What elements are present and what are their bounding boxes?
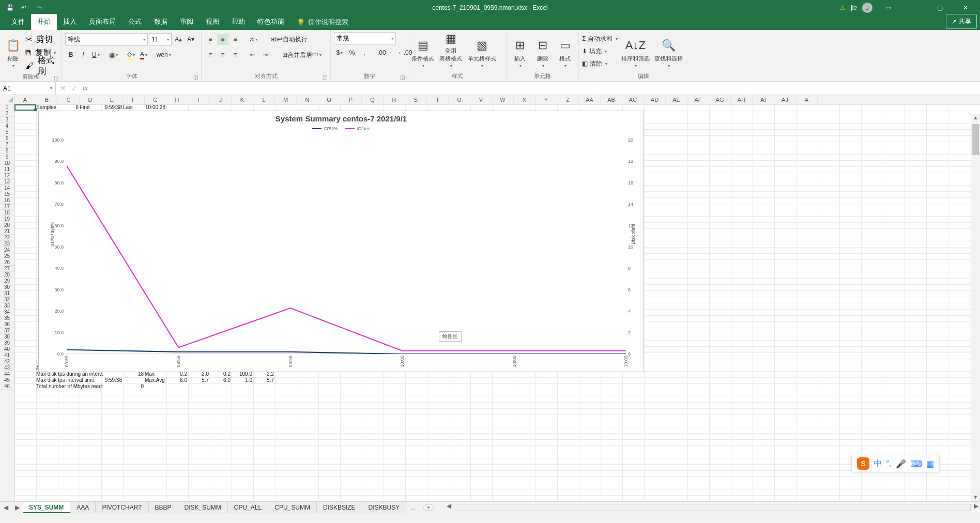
wrap-text-button[interactable]: ab↵ 自动换行 xyxy=(269,34,310,45)
scrollbar-thumb[interactable] xyxy=(972,124,979,155)
sheet-tab[interactable]: PIVOTCHART xyxy=(96,502,148,513)
sheet-tab[interactable]: DISKBUSY xyxy=(362,502,407,513)
scroll-up-icon[interactable]: ▲ xyxy=(971,114,980,122)
font-launcher-icon[interactable]: ◲ xyxy=(193,74,198,80)
redo-icon[interactable]: ↷▾ xyxy=(34,1,48,14)
row-header[interactable]: 32 xyxy=(0,297,14,303)
column-header[interactable]: AF xyxy=(687,95,709,104)
decrease-indent-icon[interactable]: ⇤ xyxy=(247,49,258,60)
row-header[interactable]: 14 xyxy=(0,185,14,191)
row-header[interactable]: 11 xyxy=(0,166,14,173)
row-header[interactable]: 29 xyxy=(0,278,14,284)
column-header[interactable]: M xyxy=(275,95,297,104)
row-header[interactable]: 9 xyxy=(0,154,14,160)
row-header[interactable]: 35 xyxy=(0,315,14,321)
conditional-format-button[interactable]: ▤条件格式▾ xyxy=(411,31,434,68)
row-header[interactable]: 6 xyxy=(0,135,14,142)
column-header[interactable]: O xyxy=(318,95,340,104)
column-header[interactable]: Y xyxy=(535,95,557,104)
column-header[interactable]: AC xyxy=(622,95,644,104)
clear-button[interactable]: ◧清除▾ xyxy=(582,58,618,69)
tab-formulas[interactable]: 公式 xyxy=(122,14,148,30)
number-launcher-icon[interactable]: ◲ xyxy=(400,74,405,80)
tab-view[interactable]: 视图 xyxy=(200,14,225,30)
column-header[interactable]: N xyxy=(297,95,318,104)
insert-button[interactable]: ⊞插入▾ xyxy=(510,31,530,68)
orientation-icon[interactable]: ⤭▾ xyxy=(247,34,259,45)
row-header[interactable]: 30 xyxy=(0,284,14,290)
save-icon[interactable]: 💾 xyxy=(3,1,17,14)
row-header[interactable]: 2 xyxy=(0,111,14,117)
row-header[interactable]: 20 xyxy=(0,222,14,228)
column-header[interactable]: S xyxy=(405,95,427,104)
close-icon[interactable]: ✕ xyxy=(955,0,976,16)
name-box[interactable]: A1▾ xyxy=(0,82,56,95)
font-name-combo[interactable]: 等线▾ xyxy=(65,33,148,45)
formula-accept-icon[interactable]: ✓ xyxy=(71,84,78,93)
column-header[interactable]: H xyxy=(166,95,188,104)
increase-decimal-icon[interactable]: .00→ xyxy=(375,47,394,58)
row-header[interactable]: 10 xyxy=(0,160,14,166)
row-header[interactable]: 26 xyxy=(0,259,14,266)
tell-me-search[interactable]: 💡操作说明搜索 xyxy=(290,14,355,30)
cell-styles-button[interactable]: ▧单元格样式▾ xyxy=(467,31,496,68)
ime-lang-button[interactable]: 中 xyxy=(874,458,882,469)
add-sheet-button[interactable]: + xyxy=(423,504,434,511)
format-as-table-button[interactable]: ▦套用 表格格式▾ xyxy=(436,31,465,68)
cell[interactable]: 1.0 xyxy=(232,377,253,383)
row-header[interactable]: 16 xyxy=(0,197,14,204)
column-header[interactable]: W xyxy=(492,95,514,104)
sheet-tab[interactable]: CPU_SUMM xyxy=(268,502,317,513)
font-size-combo[interactable]: 11▾ xyxy=(149,33,172,45)
worksheet-grid[interactable]: ABCDEFGHIJKLMNOPQRSTUVWXYZAAABACADAEAFAG… xyxy=(0,95,980,501)
row-header[interactable]: 31 xyxy=(0,290,14,297)
tab-home[interactable]: 开始 xyxy=(31,14,57,30)
row-header[interactable]: 1 xyxy=(0,104,14,111)
sheet-tab[interactable]: DISK_SUMM xyxy=(178,502,228,513)
row-header[interactable]: 27 xyxy=(0,266,14,272)
find-select-button[interactable]: 🔍查找和选择▾ xyxy=(653,31,684,68)
row-header[interactable]: 40 xyxy=(0,346,14,352)
share-button[interactable]: ↗共享 xyxy=(946,14,977,29)
column-header[interactable]: I xyxy=(188,95,210,104)
row-header[interactable]: 18 xyxy=(0,210,14,216)
cell[interactable]: 6.0 xyxy=(210,377,232,383)
row-header[interactable]: 28 xyxy=(0,272,14,278)
percent-format-icon[interactable]: % xyxy=(346,47,358,58)
ime-menu-icon[interactable]: ▦ xyxy=(926,459,934,469)
fx-icon[interactable]: fx xyxy=(83,84,88,92)
user-name[interactable]: jie xyxy=(851,4,857,11)
row-header[interactable]: 7 xyxy=(0,142,14,148)
paste-button[interactable]: 📋粘贴▾ xyxy=(3,31,23,68)
row-header[interactable]: 5 xyxy=(0,129,14,135)
scroll-down-icon[interactable]: ▼ xyxy=(971,493,980,501)
row-header[interactable]: 19 xyxy=(0,216,14,222)
row-header[interactable]: 44 xyxy=(0,371,14,377)
chart-plot-area[interactable]: usr%+sys% Disk xfers 0.010.020.030.040.0… xyxy=(67,140,626,354)
tab-page-layout[interactable]: 页面布局 xyxy=(83,14,122,30)
user-avatar[interactable]: J xyxy=(862,3,872,13)
align-middle-icon[interactable]: ≡ xyxy=(217,34,228,45)
warning-icon[interactable]: ⚠ xyxy=(840,4,846,11)
cell[interactable]: 6.0 xyxy=(166,377,188,383)
column-header[interactable]: Q xyxy=(362,95,384,104)
ribbon-display-icon[interactable]: ▭ xyxy=(878,0,898,16)
row-header[interactable]: 43 xyxy=(0,365,14,371)
row-header[interactable]: 3 xyxy=(0,117,14,123)
hscroll-right-icon[interactable]: ▶ xyxy=(972,502,980,513)
column-header[interactable]: E xyxy=(101,95,123,104)
column-header[interactable]: R xyxy=(384,95,405,104)
tab-special[interactable]: 特色功能 xyxy=(251,14,290,30)
delete-button[interactable]: ⊟删除▾ xyxy=(532,31,553,68)
align-right-icon[interactable]: ≡ xyxy=(229,49,241,60)
chart-object[interactable]: System Summary centos-7 2021/9/1 CPU% IO… xyxy=(38,111,644,372)
cut-button[interactable]: ✂ 剪切 xyxy=(25,33,58,45)
row-header[interactable]: 45 xyxy=(0,377,14,383)
column-header[interactable]: A xyxy=(796,95,818,104)
column-header[interactable]: T xyxy=(427,95,449,104)
format-painter-button[interactable]: 🖌 格式刷 xyxy=(25,60,58,72)
sort-filter-button[interactable]: A↓Z排序和筛选▾ xyxy=(620,31,651,68)
row-header[interactable]: 4 xyxy=(0,123,14,129)
row-header[interactable]: 21 xyxy=(0,228,14,235)
ime-punct-icon[interactable]: °, xyxy=(886,459,892,468)
